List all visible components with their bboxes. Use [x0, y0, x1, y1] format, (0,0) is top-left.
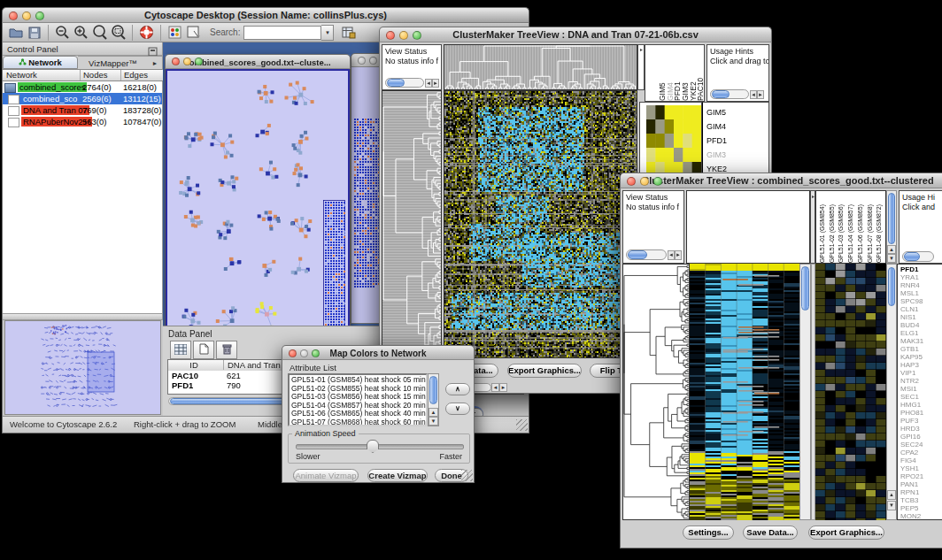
minimize-button[interactable]: [369, 57, 377, 65]
treeview2-title-bar[interactable]: ClusterMaker TreeView : combined_scores_…: [620, 173, 942, 188]
gene-list-item[interactable]: VIP1: [900, 369, 942, 377]
gene-list-item[interactable]: CLN1: [900, 305, 942, 313]
scroll-left-button[interactable]: ◄: [750, 90, 757, 99]
gene-list-item[interactable]: GTB1: [900, 345, 942, 353]
tv2-view-status-scrollbar[interactable]: [626, 249, 667, 260]
gene-list-item[interactable]: TCB3: [900, 496, 942, 504]
minimize-button[interactable]: [22, 12, 31, 20]
zoom-button[interactable]: [413, 31, 421, 40]
tab-overflow-arrow[interactable]: ►: [148, 56, 162, 69]
attribute-list-item[interactable]: GPL51-07 (GSM868) heat shock 60 min: [291, 418, 424, 427]
create-vizmap-button[interactable]: Create Vizmap: [367, 469, 428, 482]
attribute-listbox[interactable]: GPL51-01 (GSM854) heat shock 05 minGPL51…: [288, 373, 428, 426]
gene-list-item[interactable]: MSL1: [900, 289, 942, 297]
scroll-down-button[interactable]: ▼: [429, 417, 438, 426]
zoom-button[interactable]: [195, 58, 203, 65]
tv2-labels-vscrollbar[interactable]: ▲ ▼: [886, 190, 897, 264]
minimize-button[interactable]: [640, 177, 649, 186]
gene-list-item[interactable]: YRA1: [900, 273, 942, 281]
gene-list-item[interactable]: NTR2: [900, 377, 942, 385]
tv1-zoom-row-label[interactable]: PFD1: [706, 134, 768, 148]
gene-list-item[interactable]: MON2: [900, 512, 942, 520]
tv2-zoom-vscrollbar[interactable]: ▲ ▼: [886, 264, 897, 520]
network-canvas-1[interactable]: [167, 71, 348, 326]
scroll-left-button[interactable]: ◄: [668, 250, 675, 260]
close-button[interactable]: [358, 57, 366, 65]
gene-list-item[interactable]: MAK31: [900, 337, 942, 345]
move-down-button[interactable]: ∨: [445, 403, 470, 415]
gene-list-item[interactable]: PHO81: [900, 409, 942, 417]
tv1-row-dendrogram[interactable]: [382, 90, 442, 358]
tv2-column-tree-area[interactable]: [686, 190, 810, 264]
network-table-row[interactable]: RNAPuberNov2+!563(0)107847(0): [3, 116, 162, 127]
zoom-fit-icon[interactable]: [109, 24, 127, 41]
tv1-zoom-row-label[interactable]: GIM4: [706, 119, 768, 134]
attribute-browser-icon[interactable]: [339, 24, 358, 41]
gene-list-item[interactable]: PAN1: [900, 480, 942, 488]
new-attribute-icon[interactable]: [193, 341, 214, 359]
gene-list-item[interactable]: ELG1: [900, 329, 942, 337]
scroll-up-button[interactable]: ▲: [887, 490, 896, 500]
gene-list-item[interactable]: HMG1: [900, 401, 942, 409]
tv1-zoom-row-label[interactable]: GIM5: [706, 105, 768, 119]
help-lifering-icon[interactable]: [137, 24, 156, 41]
gene-list-item[interactable]: KAP95: [900, 353, 942, 361]
tv2-heatmap[interactable]: [690, 264, 799, 520]
gene-list-item[interactable]: PFD1: [900, 265, 942, 273]
open-file-icon[interactable]: [6, 24, 25, 41]
treeview1-title-bar[interactable]: ClusterMaker TreeView : DNA and Tran 07-…: [379, 27, 772, 42]
tv1-usage-hints-scrollbar[interactable]: [710, 89, 749, 99]
gene-list-item[interactable]: PEP5: [900, 504, 942, 512]
network-view-window-1[interactable]: combined_scores_good.txt--cluste...: [165, 54, 351, 326]
dialog-title-bar[interactable]: Map Colors to Network: [282, 345, 475, 360]
table-mode-icon[interactable]: [170, 341, 191, 359]
close-button[interactable]: [9, 12, 18, 20]
gene-list-item[interactable]: RPN1: [900, 488, 942, 496]
network-table-empty[interactable]: [3, 127, 163, 313]
vizmapper-icon[interactable]: [166, 24, 184, 41]
scroll-up-button[interactable]: ▲: [887, 245, 896, 254]
attribute-list-scrollbar[interactable]: ▲ ▼: [428, 373, 439, 426]
gene-list-item[interactable]: HAP3: [900, 361, 942, 369]
scroll-right-button[interactable]: ►: [675, 250, 682, 260]
tv1-zoom-row-label[interactable]: GIM3: [706, 148, 768, 162]
scroll-up-button[interactable]: ▲: [429, 408, 438, 417]
gene-list-item[interactable]: HRD3: [900, 425, 942, 433]
tv2-export-graphics-button[interactable]: Export Graphics...: [808, 525, 884, 540]
gene-list-item[interactable]: SEC1: [900, 393, 942, 401]
scroll-right-button[interactable]: ►: [757, 90, 764, 99]
zoom-in-icon[interactable]: [72, 24, 90, 41]
annotation-icon[interactable]: [184, 24, 203, 41]
gene-list-item[interactable]: YSH1: [900, 464, 942, 472]
tv1-column-dendrogram[interactable]: [444, 44, 637, 90]
search-dropdown-button[interactable]: ▼: [321, 25, 334, 41]
search-input[interactable]: [243, 26, 321, 40]
tv2-row-dendrogram[interactable]: [622, 264, 690, 520]
tv2-save-data-button[interactable]: Save Data...: [743, 525, 798, 540]
network-table-row[interactable]: combined_scores2764(0)16218(0): [3, 81, 162, 93]
close-button[interactable]: [172, 58, 180, 65]
gene-list-item[interactable]: SPC98: [900, 297, 942, 305]
zoom-button[interactable]: [653, 177, 662, 186]
tv2-usage-hints-scrollbar[interactable]: [902, 251, 934, 262]
gene-list-item[interactable]: PUF3: [900, 417, 942, 425]
minimize-button[interactable]: [183, 58, 191, 65]
network-overview-canvas[interactable]: [5, 321, 160, 414]
scroll-right-button[interactable]: ►: [499, 383, 507, 392]
animate-vizmap-button[interactable]: Animate Vizmap: [293, 469, 359, 482]
gene-list-item[interactable]: SEC24: [900, 441, 942, 449]
save-icon[interactable]: [25, 24, 43, 41]
tab-vizmapper[interactable]: VizMapper™: [78, 56, 148, 69]
minimize-button[interactable]: [399, 31, 408, 40]
gene-list-item[interactable]: GPI16: [900, 433, 942, 441]
network-table-row[interactable]: combined_sco2569(6)13112(15): [3, 93, 162, 104]
speed-slider-thumb[interactable]: [367, 440, 379, 453]
zoom-selected-icon[interactable]: [90, 24, 109, 41]
network-overview-panel[interactable]: [4, 320, 161, 415]
tv1-view-status-scrollbar[interactable]: [385, 78, 424, 88]
tab-network[interactable]: Network: [3, 56, 78, 69]
close-button[interactable]: [627, 177, 636, 186]
scroll-right-button[interactable]: ►: [432, 79, 439, 88]
zoom-button[interactable]: [35, 12, 44, 20]
resize-grip[interactable]: [516, 419, 528, 431]
